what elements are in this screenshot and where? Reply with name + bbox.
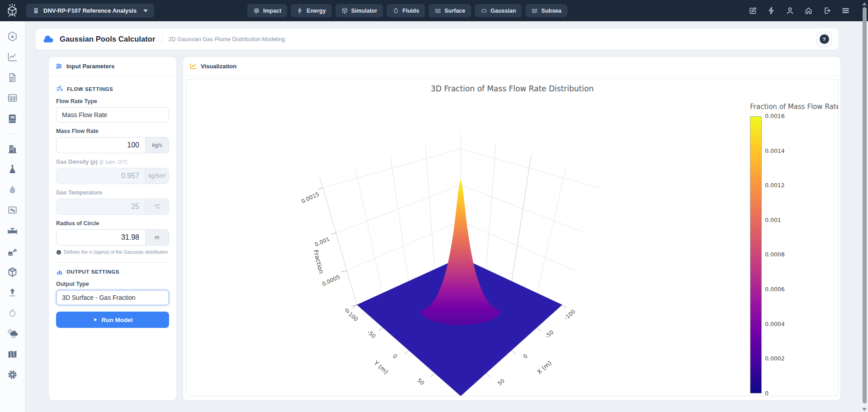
mass-flow-rate-group: kg/s xyxy=(56,137,169,153)
image-icon xyxy=(7,204,18,216)
x-tick-2: 0 xyxy=(522,353,529,360)
logout-icon[interactable] xyxy=(823,6,831,15)
sidebar-item-settings[interactable] xyxy=(6,369,19,381)
gas-density-label: Gas Density (ρ) @ 1atm, 15°C xyxy=(56,159,169,165)
notebook-icon xyxy=(7,113,18,124)
sliders-icon xyxy=(55,62,63,70)
wall-gridline-dark xyxy=(512,155,531,281)
edit-icon[interactable] xyxy=(749,6,757,15)
sidebar-item-weather[interactable] xyxy=(6,328,19,340)
sidebar-item-facilities[interactable] xyxy=(6,142,19,154)
sidebar-item-charts[interactable] xyxy=(6,51,19,63)
app-logo-icon[interactable] xyxy=(5,3,20,19)
cube-icon xyxy=(341,7,348,14)
sidebar-item-notebook[interactable] xyxy=(6,113,19,124)
sidebar-item-lab[interactable] xyxy=(6,163,19,175)
scrollbar-up-arrow[interactable] xyxy=(862,2,867,5)
chevron-down-icon xyxy=(143,9,148,12)
home-icon[interactable] xyxy=(804,6,813,15)
sidebar-item-3d-model[interactable] xyxy=(6,266,19,278)
nav-subsea-button[interactable]: Subsea xyxy=(525,4,567,17)
visualization-header: Visualization xyxy=(183,57,840,76)
gas-density-unit: kg/Sm³ xyxy=(145,168,169,184)
colorbar-tick: 0.0004 xyxy=(765,321,785,327)
sidebar-item-upload[interactable] xyxy=(6,287,19,298)
x-tick-1: -50 xyxy=(544,329,555,339)
colorbar xyxy=(750,116,762,393)
radius-label: Radius of Circle xyxy=(56,220,169,227)
page-subtitle: 2D Gaussian Gas Plume Distribution Model… xyxy=(169,36,285,43)
y-tick-1: -50 xyxy=(366,329,377,339)
colorbar-tick: 0.0002 xyxy=(765,355,785,362)
bar-chart-icon xyxy=(56,268,63,275)
document-icon xyxy=(7,72,18,83)
sidebar-item-valves[interactable] xyxy=(6,225,19,237)
help-button[interactable]: ? xyxy=(816,32,832,47)
building-icon xyxy=(7,143,18,154)
colorbar-tick: 0.0006 xyxy=(765,286,785,293)
cloud-icon xyxy=(42,33,55,45)
cube-icon xyxy=(7,266,18,278)
gas-temperature-input xyxy=(57,199,145,214)
z-tick-2: 0.001 xyxy=(314,236,330,248)
menu-icon[interactable] xyxy=(841,6,850,15)
sidebar-item-tables[interactable] xyxy=(6,92,19,104)
mass-flow-rate-input[interactable] xyxy=(57,137,145,153)
target-icon xyxy=(253,7,260,14)
lightning-icon[interactable] xyxy=(767,6,776,15)
flow-rate-type-select[interactable]: Mass Flow Rate xyxy=(56,107,169,123)
z-tick-1: 0.0005 xyxy=(321,274,341,287)
mass-flow-rate-label: Mass Flow Rate xyxy=(56,128,169,134)
y-tick-3: 50 xyxy=(416,377,425,387)
input-parameters-header: Input Parameters xyxy=(49,57,176,76)
scrollbar-down-arrow[interactable] xyxy=(862,408,867,411)
sidebar-item-media[interactable] xyxy=(6,204,19,216)
nav-impact-button[interactable]: Impact xyxy=(247,4,287,17)
chart-icon xyxy=(189,62,197,70)
surface-3d-scene: 0 0.0005 0.001 0.0015 Fraction -100 -50 … xyxy=(186,79,839,396)
top-navigation-bar: DNV-RP-F107 Reference Analysis Impact En… xyxy=(0,0,868,21)
run-model-button[interactable]: Run Model xyxy=(56,312,169,328)
gas-density-input xyxy=(57,168,145,184)
colorbar-tick: 0.0012 xyxy=(765,182,785,189)
question-mark-icon: ? xyxy=(820,34,829,44)
user-icon[interactable] xyxy=(786,6,794,15)
droplet-icon xyxy=(392,7,399,14)
nav-fluids-button[interactable]: Fluids xyxy=(387,4,425,17)
nav-energy-button[interactable]: Energy xyxy=(291,4,331,17)
vertical-scrollbar-thumb[interactable] xyxy=(863,7,867,403)
nav-simulator-button[interactable]: Simulator xyxy=(335,4,383,17)
topbar-action-icons xyxy=(749,0,850,21)
sidebar-item-documents[interactable] xyxy=(6,71,19,83)
project-selector-dropdown[interactable]: DNV-RP-F107 Reference Analysis xyxy=(26,4,154,18)
radius-group: m xyxy=(56,229,169,246)
nav-surface-button[interactable]: Surface xyxy=(429,4,471,17)
nav-gaussian-button[interactable]: Gaussian xyxy=(475,4,522,17)
play-icon xyxy=(93,317,98,322)
lightning-icon xyxy=(297,7,303,14)
gas-temperature-unit: °C xyxy=(145,199,169,214)
output-type-select[interactable]: 3D Surface - Gas Fraction xyxy=(56,290,169,305)
colorbar-title: Fraction of Mass Flow Rate xyxy=(750,103,839,111)
visualization-panel: Visualization 3D Fraction of Mass Flow R… xyxy=(183,57,841,401)
sidebar-item-flare[interactable] xyxy=(6,307,19,319)
y-axis-title: Y (m) xyxy=(373,359,390,376)
flask-icon xyxy=(7,163,18,175)
sidebar-item-fluids[interactable] xyxy=(6,184,19,195)
radius-input[interactable] xyxy=(57,230,145,245)
settings-gear-icon xyxy=(7,369,18,380)
x-tick-3: 50 xyxy=(496,378,506,387)
sidebar-item-map[interactable] xyxy=(6,348,19,360)
document-icon xyxy=(33,7,39,14)
table-icon xyxy=(7,92,18,104)
left-icon-sidebar xyxy=(0,21,25,412)
valve-icon xyxy=(7,225,18,237)
y-tick-2: 0 xyxy=(392,353,398,360)
sidebar-item-hazard[interactable] xyxy=(6,30,19,42)
radius-unit: m xyxy=(145,230,169,245)
section-divider xyxy=(56,262,169,263)
main-content: Gaussian Pools Calculator 2D Gaussian Ga… xyxy=(25,21,868,412)
sidebar-item-equipment[interactable] xyxy=(6,246,19,257)
plot-area[interactable]: 3D Fraction of Mass Flow Rate Distributi… xyxy=(186,79,839,396)
flow-settings-section-header: FLOW SETTINGS xyxy=(56,85,169,93)
